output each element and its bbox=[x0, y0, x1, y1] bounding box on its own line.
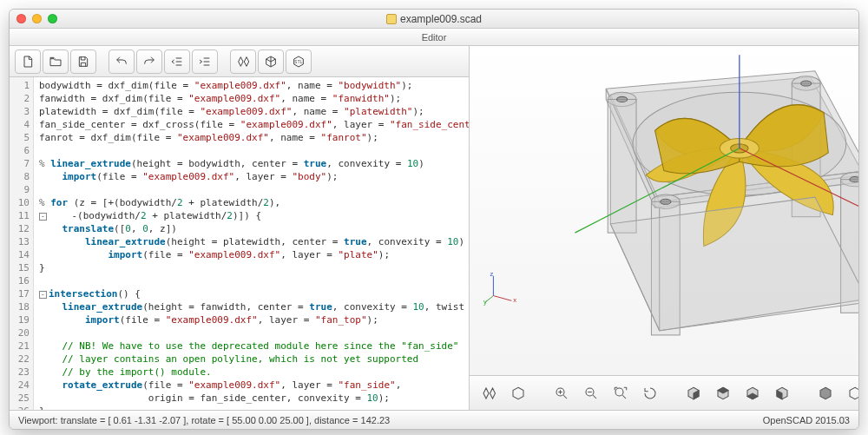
document-icon bbox=[386, 14, 397, 24]
svg-point-17 bbox=[850, 177, 859, 182]
view-left-button[interactable] bbox=[770, 381, 794, 405]
svg-text:STL: STL bbox=[294, 60, 303, 64]
axes-indicator: x y z bbox=[483, 273, 516, 306]
window-title: example009.scad bbox=[400, 13, 482, 25]
new-button[interactable] bbox=[15, 49, 41, 74]
zoom-all-button[interactable] bbox=[608, 381, 633, 405]
preview-mode-button[interactable] bbox=[477, 381, 501, 405]
window-close-button[interactable] bbox=[16, 14, 26, 23]
export-stl-button[interactable]: STL bbox=[286, 49, 312, 74]
undo-button[interactable] bbox=[108, 49, 135, 74]
open-button[interactable] bbox=[43, 49, 69, 74]
view-front-button[interactable] bbox=[813, 381, 838, 405]
unindent-button[interactable] bbox=[164, 49, 190, 74]
viewport-status: Viewport: translate = [ 0.61 -1.31 -2.07… bbox=[18, 415, 390, 425]
svg-line-26 bbox=[493, 296, 511, 301]
svg-point-16 bbox=[801, 81, 812, 86]
redo-button[interactable] bbox=[136, 49, 162, 74]
svg-point-15 bbox=[616, 96, 627, 102]
window-minimize-button[interactable] bbox=[32, 14, 42, 23]
preview-button[interactable] bbox=[230, 49, 256, 74]
zoom-in-button[interactable] bbox=[549, 381, 574, 405]
reset-view-button[interactable] bbox=[638, 381, 662, 405]
app-version: OpenSCAD 2015.03 bbox=[763, 415, 850, 425]
svg-text:x: x bbox=[513, 296, 516, 304]
svg-text:y: y bbox=[483, 298, 487, 306]
render-button[interactable] bbox=[258, 49, 284, 74]
indent-button[interactable] bbox=[192, 49, 218, 74]
save-button[interactable] bbox=[70, 49, 96, 74]
line-gutter: 1234567891011121314151617181920212223242… bbox=[10, 77, 34, 410]
statusbar: Viewport: translate = [ 0.61 -1.31 -2.07… bbox=[10, 410, 858, 429]
viewer-toolbar bbox=[470, 375, 859, 410]
svg-rect-8 bbox=[608, 99, 636, 233]
view-right-button[interactable] bbox=[681, 381, 706, 405]
editor-panel-header: Editor bbox=[10, 29, 858, 46]
svg-point-18 bbox=[661, 199, 671, 204]
view-back-button[interactable] bbox=[843, 381, 859, 405]
editor-toolbar: STL bbox=[10, 46, 469, 77]
code-editor[interactable]: bodywidth = dxf_dim(file = "example009.d… bbox=[34, 77, 469, 410]
zoom-out-button[interactable] bbox=[579, 381, 603, 405]
svg-text:z: z bbox=[490, 273, 494, 278]
3d-viewport[interactable]: x y z bbox=[470, 46, 859, 375]
surfaces-button[interactable] bbox=[506, 381, 530, 405]
view-bottom-button[interactable] bbox=[740, 381, 765, 405]
editor-panel-title: Editor bbox=[422, 32, 447, 43]
view-top-button[interactable] bbox=[711, 381, 735, 405]
svg-point-34 bbox=[615, 388, 623, 396]
fan-model-render bbox=[470, 46, 859, 375]
window-zoom-button[interactable] bbox=[48, 14, 57, 23]
titlebar: example009.scad bbox=[10, 10, 858, 29]
